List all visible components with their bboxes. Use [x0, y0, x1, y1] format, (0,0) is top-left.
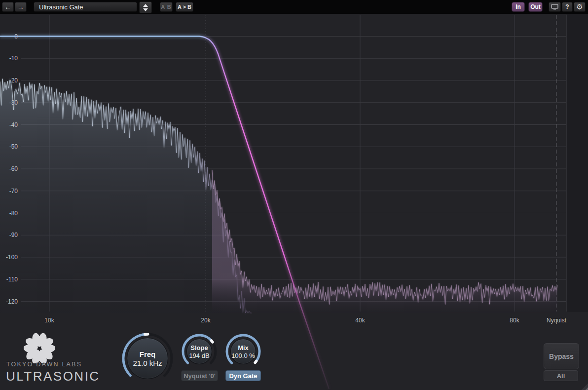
- display-settings-button[interactable]: [549, 2, 561, 12]
- y-tick-label: -70: [9, 188, 18, 195]
- y-tick-label: -10: [9, 55, 18, 62]
- monitor-icon: [551, 4, 558, 10]
- y-tick-label: -50: [9, 143, 18, 150]
- x-tick-label: Nyquist: [547, 317, 567, 324]
- y-tick-label: -120: [6, 298, 18, 305]
- gear-icon: ⚙: [576, 2, 583, 11]
- preset-forward-button[interactable]: →: [15, 2, 27, 12]
- plugin-window: ← → Ultrasonic Gate A B A > B In Out ? ⚙…: [0, 0, 588, 390]
- preset-back-button[interactable]: ←: [2, 2, 14, 12]
- preset-selector[interactable]: Ultrasonic Gate: [34, 2, 137, 12]
- arrow-right-icon: →: [17, 3, 24, 10]
- y-tick-label: -20: [9, 77, 18, 84]
- resize-grip[interactable]: [580, 382, 588, 390]
- nyquist-zero-button[interactable]: Nyquist '0': [181, 370, 218, 381]
- y-tick-label: -40: [9, 121, 18, 128]
- x-tick-label: 10k: [44, 317, 54, 324]
- stepper-up-icon[interactable]: [143, 4, 148, 7]
- spectrum-analyzer[interactable]: 0-10-20-30-40-50-60-70-80-90-100-110-120…: [0, 0, 588, 390]
- y-tick-label: -110: [6, 276, 18, 283]
- y-tick-label: -60: [9, 165, 18, 172]
- output-gain-button[interactable]: Out: [528, 2, 543, 12]
- knob-slope[interactable]: Slope194 dB: [179, 331, 220, 372]
- knob-body: [127, 338, 168, 379]
- y-tick-label: -80: [9, 210, 18, 217]
- knob-body: [231, 339, 256, 364]
- x-tick-label: 40k: [355, 317, 365, 324]
- bypass-button[interactable]: Bypass: [544, 343, 579, 369]
- x-tick-label: 80k: [510, 317, 519, 324]
- arrow-left-icon: ←: [4, 3, 11, 10]
- preset-stepper[interactable]: [139, 1, 152, 13]
- a-to-b-copy-button[interactable]: A > B: [176, 2, 193, 12]
- settings-button[interactable]: ⚙: [574, 2, 586, 12]
- stepper-down-icon[interactable]: [143, 8, 148, 11]
- company-name: TOKYO DAWN LABS: [6, 361, 85, 368]
- input-gain-button[interactable]: In: [512, 2, 525, 12]
- bypass-all-button[interactable]: All: [544, 370, 578, 381]
- knob-mix[interactable]: Mix100.0 %: [223, 331, 263, 372]
- knob-freq[interactable]: Freq21.0 kHz: [119, 330, 176, 387]
- help-button[interactable]: ?: [562, 2, 573, 12]
- toolbar: ← → Ultrasonic Gate A B A > B In Out ? ⚙: [0, 0, 588, 14]
- y-tick-label: -100: [6, 254, 18, 261]
- tokyo-dawn-labs-logo-icon: [24, 332, 55, 363]
- knob-tick: [211, 341, 213, 342]
- y-tick-label: -90: [9, 232, 18, 238]
- product-name: ULTRASONIC: [6, 369, 95, 384]
- dyn-gate-button[interactable]: Dyn Gate: [225, 370, 261, 381]
- knob-tick: [255, 361, 257, 362]
- ab-compare-button[interactable]: A B: [160, 2, 173, 12]
- x-tick-label: 20k: [201, 317, 211, 324]
- y-tick-label: -30: [9, 99, 18, 106]
- knob-body: [187, 339, 212, 364]
